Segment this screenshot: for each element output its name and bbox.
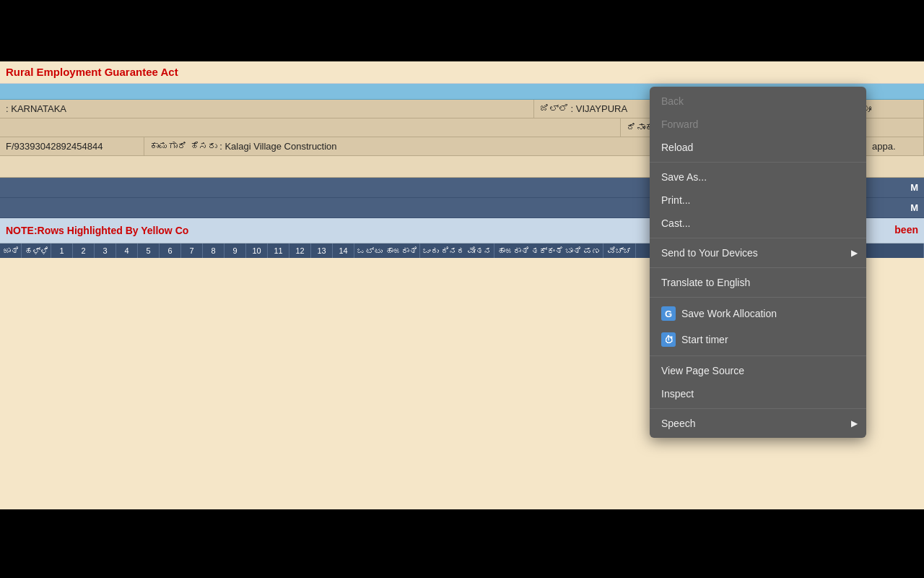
context-menu-section-5: G Save Work Allocation ⏱ Start timer (650, 298, 866, 356)
col-header-7: 6 (160, 243, 181, 258)
col-header-11: 10 (246, 243, 268, 258)
menu-item-start-timer[interactable]: ⏱ Start timer (650, 327, 866, 353)
back-label: Back (661, 95, 684, 107)
col-header-total: ಒಟ್ಟು ಹಾಜರಾತಿ (354, 243, 420, 258)
col-header-daily: ಒಂದು ದಿನದ ವೇತನ (420, 243, 494, 258)
bottom-black-bar (0, 513, 924, 578)
menu-item-cast[interactable]: Cast... (650, 212, 866, 235)
menu-item-print[interactable]: Print... (650, 189, 866, 212)
menu-item-speech[interactable]: Speech ▶ (650, 412, 866, 435)
send-devices-label: Send to Your Devices (661, 247, 758, 259)
save-work-label: Save Work Allocation (681, 308, 777, 319)
extra-cell2: appa. (866, 137, 924, 155)
menu-item-reload[interactable]: Reload (650, 136, 866, 159)
translate-label: Translate to English (661, 277, 750, 288)
context-menu-section-3: Send to Your Devices ▶ (650, 238, 866, 268)
col-header-6: 5 (138, 243, 160, 258)
reload-label: Reload (661, 142, 693, 153)
forward-label: Forward (661, 118, 698, 130)
context-menu-section-2: Save As... Print... Cast... (650, 163, 866, 238)
col-header-1: ಹಳ್ಳಿ (22, 243, 51, 258)
speech-arrow: ▶ (851, 418, 858, 428)
menu-item-save-as[interactable]: Save As... (650, 165, 866, 189)
menu-item-view-source[interactable]: View Page Source (650, 359, 866, 382)
note-suffix: been (894, 224, 918, 236)
context-menu-section-1: Back Forward Reload (650, 87, 866, 163)
context-menu-section-6: View Page Source Inspect (650, 356, 866, 409)
speech-label: Speech (661, 418, 695, 429)
menu-item-forward[interactable]: Forward (650, 113, 866, 136)
state-cell: : KARNATAKA (0, 100, 534, 118)
col-header-4: 3 (95, 243, 116, 258)
col-header-expense: ವೆಚ್ಚ (603, 243, 636, 258)
col-header-15: 14 (333, 243, 354, 258)
view-source-label: View Page Source (661, 365, 744, 376)
cast-label: Cast... (661, 217, 690, 229)
context-menu-section-7: Speech ▶ (650, 409, 866, 438)
menu-item-save-work[interactable]: G Save Work Allocation (650, 301, 866, 327)
title-row: Rural Employment Guarantee Act (0, 61, 924, 84)
col-header-13: 12 (289, 243, 311, 258)
menu-item-translate[interactable]: Translate to English (650, 271, 866, 294)
col-header-12: 11 (268, 243, 289, 258)
menu-item-back[interactable]: Back (650, 90, 866, 113)
col-header-0: ಜಾತಿ (0, 243, 22, 258)
note-text: NOTE:Rows Highlighted By Yellow Co (6, 225, 188, 236)
col-header-9: 8 (203, 243, 225, 258)
start-timer-label: Start timer (681, 334, 728, 345)
menu-item-inspect[interactable]: Inspect (650, 382, 866, 405)
col-header-3: 2 (73, 243, 95, 258)
top-black-bar (0, 0, 924, 61)
page-title: Rural Employment Guarantee Act (6, 66, 178, 78)
col-header-attendance: ಹಾಜರಾತಿ ತಕ್ಕಂತೆ ಬಾತಿ ಪಣ (494, 243, 603, 258)
col-header-10: 9 (225, 243, 246, 258)
date-range-left (0, 118, 621, 137)
job-id-cell: F/93393042892454844 (0, 137, 144, 155)
save-as-label: Save As... (661, 171, 707, 183)
send-devices-arrow: ▶ (851, 248, 858, 258)
inspect-label: Inspect (661, 388, 694, 400)
save-work-icon: G (661, 306, 676, 321)
print-label: Print... (661, 194, 690, 206)
start-timer-icon: ⏱ (661, 332, 676, 347)
col-header-14: 13 (311, 243, 333, 258)
context-menu: Back Forward Reload Save As... Print... … (650, 87, 866, 438)
context-menu-section-4: Translate to English (650, 268, 866, 298)
col-header-8: 7 (181, 243, 203, 258)
col-header-2: 1 (51, 243, 73, 258)
menu-item-send-devices[interactable]: Send to Your Devices ▶ (650, 241, 866, 264)
col-header-5: 4 (116, 243, 138, 258)
